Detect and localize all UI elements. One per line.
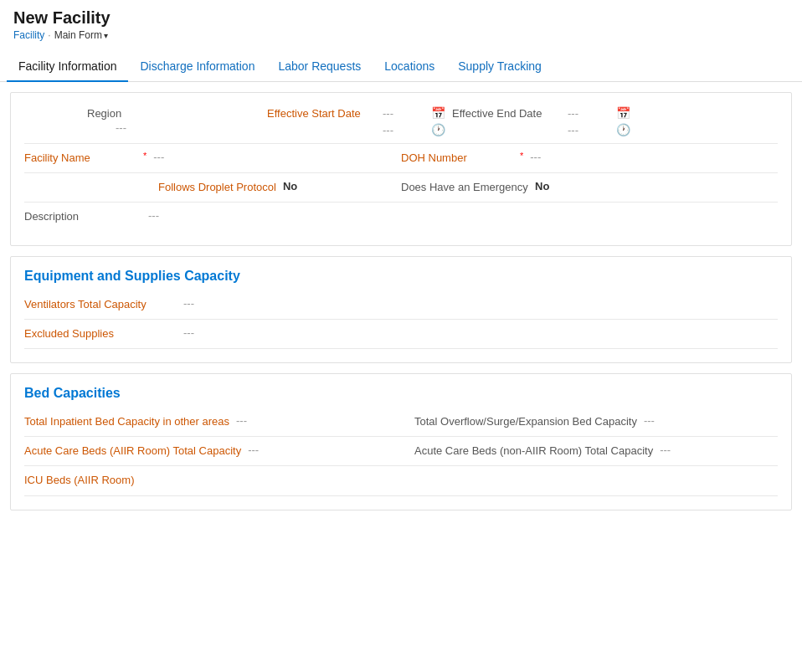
region-value[interactable]: --- (116, 121, 183, 136)
ventilators-value[interactable]: --- (183, 297, 194, 310)
bed-row-2: ICU Beds (AIIR Room) (24, 466, 778, 495)
doh-number-group: DOH Number * --- (401, 151, 778, 166)
effective-start-row: Effective Start Date --- 📅 Effective End… (267, 106, 778, 120)
facility-name-label: Facility Name (24, 151, 141, 166)
page-title: New Facility (13, 8, 789, 28)
page-header: New Facility Facility · Main Form ▾ (0, 0, 802, 44)
calendar-icon-end[interactable]: 📅 (616, 106, 630, 120)
protocol-emergency-row: Follows Droplet Protocol No Does Have an… (24, 173, 778, 203)
effective-start-time-value[interactable]: --- (383, 124, 424, 136)
region-field-group: Region --- (24, 106, 267, 136)
excluded-supplies-value[interactable]: --- (183, 326, 194, 339)
excluded-supplies-row: Excluded Supplies --- (24, 320, 778, 349)
acute-aiir-value[interactable]: --- (248, 444, 259, 456)
emergency-label: Does Have an Emergency (401, 180, 535, 195)
total-overflow-label: Total Overflow/Surge/Expansion Bed Capac… (414, 414, 644, 429)
effective-end-time-group: --- 🕐 (452, 123, 778, 136)
facility-name-value[interactable]: --- (153, 151, 401, 163)
effective-end-time-value[interactable]: --- (568, 124, 609, 136)
clock-icon-start[interactable]: 🕐 (431, 123, 445, 136)
total-overflow-value[interactable]: --- (644, 414, 655, 427)
bed-col-right-2 (401, 473, 778, 488)
effective-start-date-value[interactable]: --- (383, 107, 424, 120)
total-inpatient-value[interactable]: --- (236, 414, 247, 427)
breadcrumb-separator: · (48, 29, 50, 41)
region-label: Region (87, 106, 204, 121)
doh-number-required: * (520, 151, 523, 161)
effective-end-group: Effective End Date --- 📅 (452, 106, 778, 120)
bed-col-right-1: Acute Care Beds (non-AIIR Room) Total Ca… (401, 444, 778, 459)
protocol-value[interactable]: No (283, 180, 401, 192)
acute-non-aiir-value[interactable]: --- (660, 444, 671, 456)
effective-start-label: Effective Start Date (267, 107, 376, 120)
effective-dates-group: Effective Start Date --- 📅 Effective End… (267, 106, 778, 136)
effective-time-row: --- 🕐 --- 🕐 (267, 123, 778, 136)
calendar-icon-start[interactable]: 📅 (431, 106, 445, 120)
bed-col-left-1: Acute Care Beds (AIIR Room) Total Capaci… (24, 444, 388, 459)
bed-col-right-0: Total Overflow/Surge/Expansion Bed Capac… (401, 414, 778, 429)
facility-name-group: Facility Name * --- (24, 151, 401, 166)
emergency-group: Does Have an Emergency No (401, 180, 778, 195)
bed-col-left-0: Total Inpatient Bed Capacity in other ar… (24, 414, 388, 429)
icu-aiir-label: ICU Beds (AIIR Room) (24, 473, 183, 488)
description-label: Description (24, 209, 141, 224)
effective-end-label: Effective End Date (452, 107, 561, 120)
description-group: Description --- (24, 209, 778, 224)
excluded-supplies-label: Excluded Supplies (24, 326, 183, 341)
tab-navigation: Facility Information Discharge Informati… (0, 51, 802, 82)
breadcrumb-form-label: Main Form (54, 29, 102, 41)
tab-labor-requests[interactable]: Labor Requests (266, 51, 373, 81)
bed-row-0: Total Inpatient Bed Capacity in other ar… (24, 408, 778, 437)
tab-supply-tracking[interactable]: Supply Tracking (446, 51, 553, 81)
bed-row-1: Acute Care Beds (AIIR Room) Total Capaci… (24, 437, 778, 466)
tab-locations[interactable]: Locations (373, 51, 446, 81)
tab-discharge-information[interactable]: Discharge Information (128, 51, 266, 81)
bed-col-left-2: ICU Beds (AIIR Room) (24, 473, 388, 488)
protocol-group: Follows Droplet Protocol No (24, 180, 401, 195)
facility-name-doh-row: Facility Name * --- DOH Number * --- (24, 144, 778, 173)
equipment-grid: Ventilators Total Capacity --- Excluded … (11, 290, 791, 362)
ventilators-row: Ventilators Total Capacity --- (24, 290, 778, 320)
bed-capacities-section: Bed Capacities Total Inpatient Bed Capac… (10, 373, 792, 510)
description-value[interactable]: --- (148, 209, 778, 222)
chevron-down-icon: ▾ (104, 31, 108, 40)
emergency-value[interactable]: No (535, 180, 778, 192)
bed-section-title: Bed Capacities (11, 374, 791, 408)
description-row: Description --- (24, 203, 778, 231)
acute-aiir-label: Acute Care Beds (AIIR Room) Total Capaci… (24, 444, 248, 459)
ventilators-label: Ventilators Total Capacity (24, 297, 183, 312)
facility-name-required: * (143, 151, 147, 161)
facility-info-section: Region --- Effective Start Date --- 📅 Ef… (10, 92, 792, 246)
equipment-section-title: Equipment and Supplies Capacity (11, 257, 791, 290)
total-inpatient-label: Total Inpatient Bed Capacity in other ar… (24, 414, 236, 429)
breadcrumb-facility[interactable]: Facility (13, 29, 44, 41)
protocol-label: Follows Droplet Protocol (158, 180, 283, 195)
breadcrumb-form-dropdown[interactable]: Main Form ▾ (54, 29, 108, 41)
doh-number-value[interactable]: --- (530, 151, 778, 163)
breadcrumb: Facility · Main Form ▾ (13, 29, 789, 41)
tab-facility-information[interactable]: Facility Information (7, 51, 128, 81)
doh-number-label: DOH Number (401, 151, 518, 166)
facility-form-grid: Region --- Effective Start Date --- 📅 Ef… (11, 93, 791, 245)
clock-icon-end[interactable]: 🕐 (616, 123, 630, 136)
region-dates-row: Region --- Effective Start Date --- 📅 Ef… (24, 100, 778, 144)
bed-grid: Total Inpatient Bed Capacity in other ar… (11, 408, 791, 510)
effective-end-date-value[interactable]: --- (568, 107, 609, 120)
acute-non-aiir-label: Acute Care Beds (non-AIIR Room) Total Ca… (414, 444, 660, 459)
equipment-section: Equipment and Supplies Capacity Ventilat… (10, 256, 792, 363)
